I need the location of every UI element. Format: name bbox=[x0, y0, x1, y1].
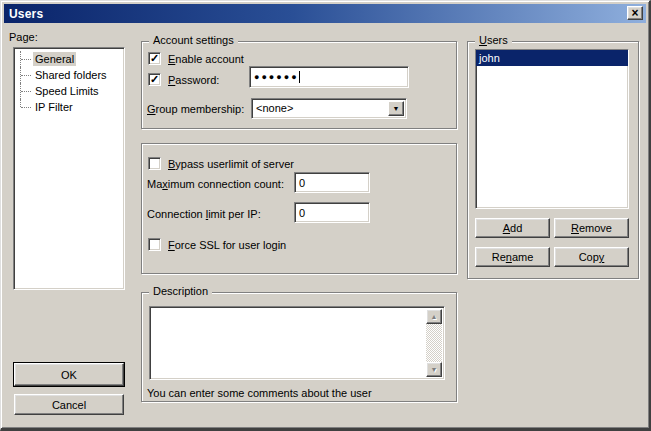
tree-branch-icon bbox=[20, 83, 33, 99]
enable-account-label: Enable account bbox=[168, 53, 244, 65]
tree-item-label: Shared folders bbox=[33, 68, 109, 82]
tree-item-shared-folders[interactable]: Shared folders bbox=[14, 67, 124, 83]
scroll-up-button[interactable]: ▲ bbox=[426, 309, 442, 324]
copy-button[interactable]: Copy bbox=[554, 247, 629, 267]
user-list-item[interactable]: john bbox=[476, 50, 628, 66]
max-connection-count-input[interactable]: 0 bbox=[294, 172, 370, 193]
arrow-up-icon: ▲ bbox=[431, 313, 438, 320]
rename-button[interactable]: Rename bbox=[475, 247, 550, 267]
connection-limit-per-ip-value: 0 bbox=[295, 203, 369, 219]
page-label: Page: bbox=[9, 31, 38, 43]
force-ssl-checkbox[interactable] bbox=[148, 238, 161, 251]
users-group-title: Users bbox=[475, 34, 512, 46]
tree-branch-icon bbox=[20, 67, 33, 83]
description-group-title: Description bbox=[149, 285, 212, 297]
ok-button[interactable]: OK bbox=[14, 363, 124, 386]
force-ssl-label: Force SSL for user login bbox=[168, 239, 286, 251]
chevron-down-icon: ▼ bbox=[393, 105, 400, 112]
tree-branch-icon bbox=[20, 99, 33, 115]
tree-branch-icon bbox=[20, 51, 33, 67]
scrollbar-track[interactable] bbox=[426, 324, 442, 362]
description-scrollbar[interactable]: ▲ ▼ bbox=[426, 309, 442, 377]
users-dialog: Users × Page: General Shared folders Spe… bbox=[0, 0, 651, 431]
close-button[interactable]: × bbox=[627, 6, 643, 20]
password-value: ●●●●●● bbox=[254, 72, 299, 82]
close-icon: × bbox=[631, 8, 638, 18]
scroll-down-button[interactable]: ▼ bbox=[426, 362, 442, 377]
max-connection-count-value: 0 bbox=[295, 173, 369, 189]
users-listbox[interactable]: john bbox=[475, 49, 629, 209]
connection-limit-per-ip-input[interactable]: 0 bbox=[294, 202, 370, 223]
remove-button[interactable]: Remove bbox=[554, 218, 629, 238]
arrow-down-icon: ▼ bbox=[431, 366, 438, 373]
tree-item-label: General bbox=[33, 52, 76, 66]
tree-item-label: IP Filter bbox=[33, 100, 75, 114]
tree-item-ip-filter[interactable]: IP Filter bbox=[14, 99, 124, 115]
description-hint: You can enter some comments about the us… bbox=[147, 387, 372, 399]
check-icon: ✓ bbox=[150, 75, 159, 84]
enable-account-checkbox[interactable]: ✓ bbox=[148, 52, 161, 65]
group-membership-dropdown[interactable]: <none> ▼ bbox=[251, 98, 407, 119]
add-button[interactable]: Add bbox=[475, 218, 550, 238]
title-bar[interactable]: Users bbox=[4, 4, 646, 23]
page-tree[interactable]: General Shared folders Speed Limits IP F… bbox=[13, 47, 125, 290]
password-input[interactable]: ●●●●●● bbox=[249, 66, 409, 88]
bypass-userlimit-label: Bypass userlimit of server bbox=[168, 158, 294, 170]
max-connection-count-label: Maximum connection count: bbox=[147, 178, 284, 190]
bypass-userlimit-checkbox[interactable] bbox=[148, 157, 161, 170]
account-settings-group-title: Account settings bbox=[149, 34, 238, 46]
remove-button-label: Remove bbox=[571, 222, 612, 234]
group-membership-value: <none> bbox=[252, 99, 406, 114]
cancel-button[interactable]: Cancel bbox=[14, 394, 124, 415]
password-checkbox[interactable]: ✓ bbox=[148, 73, 161, 86]
dropdown-button[interactable]: ▼ bbox=[388, 101, 404, 116]
window-title: Users bbox=[4, 7, 43, 21]
add-button-label: Add bbox=[503, 222, 523, 234]
rename-button-label: Rename bbox=[492, 251, 534, 263]
tree-item-speed-limits[interactable]: Speed Limits bbox=[14, 83, 124, 99]
description-value bbox=[150, 307, 444, 311]
copy-button-label: Copy bbox=[579, 251, 605, 263]
password-label: Password: bbox=[168, 74, 219, 86]
check-icon: ✓ bbox=[150, 54, 159, 63]
ok-button-label: OK bbox=[61, 369, 77, 381]
text-caret bbox=[299, 71, 300, 83]
description-textarea[interactable]: ▲ ▼ bbox=[149, 306, 445, 380]
connection-limit-per-ip-label: Connection limit per IP: bbox=[147, 208, 261, 220]
group-membership-label: Group membership: bbox=[147, 103, 244, 115]
tree-item-general[interactable]: General bbox=[14, 51, 124, 67]
tree-item-label: Speed Limits bbox=[33, 84, 101, 98]
cancel-button-label: Cancel bbox=[52, 399, 86, 411]
